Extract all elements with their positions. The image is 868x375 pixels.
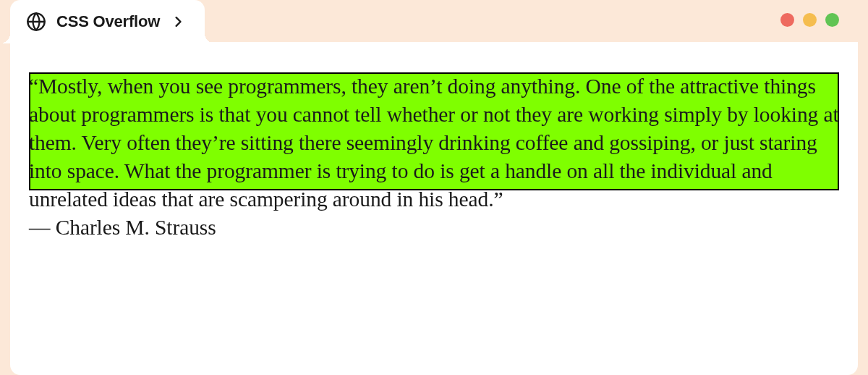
close-icon[interactable] [780,13,794,27]
quote-attribution: — Charles M. Strauss [29,214,839,242]
minimize-icon[interactable] [803,13,817,27]
tab-active[interactable]: CSS Overflow [10,0,205,43]
maximize-icon[interactable] [825,13,839,27]
window-controls [780,13,839,27]
chevron-right-icon [173,17,183,27]
quote-text: “Mostly, when you see programmers, they … [29,72,839,214]
tab-bar: CSS Overflow [10,0,858,42]
content-area: “Mostly, when you see programmers, they … [10,42,858,375]
quote-container: “Mostly, when you see programmers, they … [29,72,839,242]
tab-title: CSS Overflow [56,12,160,31]
globe-icon [26,12,46,32]
